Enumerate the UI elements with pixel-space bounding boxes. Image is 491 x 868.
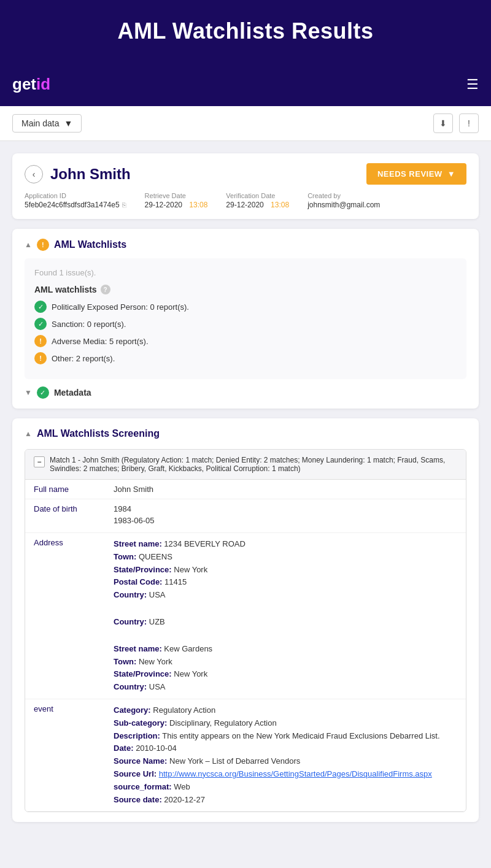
dropdown-arrow-icon: ▼ xyxy=(64,118,72,128)
verification-date-label: Verification Date xyxy=(226,192,289,199)
event-field: Source Url: http://www.nycsca.org/Busine… xyxy=(114,768,457,781)
retrieve-date-item: Retrieve Date 29-12-2020 13:08 xyxy=(145,192,208,209)
aml-watchlists-card: ▲ ! AML Watchlists Found 1 issue(s). AML… xyxy=(12,229,479,409)
aml-item-text: Politically Exposed Person: 0 report(s). xyxy=(52,302,189,312)
aml-check-item: ✓Sanction: 0 report(s). xyxy=(34,318,457,330)
address-block: Street name: Kew GardensTown: New YorkSt… xyxy=(114,643,457,694)
app-id-label: Application ID xyxy=(25,192,126,199)
profile-card: ‹ John Smith NEEDS REVIEW ▼ Application … xyxy=(12,153,479,219)
check-green-icon: ✓ xyxy=(34,318,47,330)
match-collapse-button[interactable]: − xyxy=(34,456,45,467)
needs-review-button[interactable]: NEEDS REVIEW ▼ xyxy=(366,163,466,185)
aml-inner-box: Found 1 issue(s). AML watchlists ? ✓Poli… xyxy=(25,258,466,379)
match-header: − Match 1 - John Smith (Regulatory Actio… xyxy=(25,450,466,480)
profile-header: ‹ John Smith NEEDS REVIEW ▼ xyxy=(25,163,466,185)
screening-title-row: ▲ AML Watchlists Screening xyxy=(25,428,466,439)
full-name-label: Full name xyxy=(25,480,105,499)
event-label: event xyxy=(25,699,105,811)
toolbar: Main data ▼ ⬇ ! xyxy=(0,106,491,141)
aml-warn-icon: ! xyxy=(37,239,49,251)
alert-button[interactable]: ! xyxy=(459,113,479,133)
address-block: Country: UZB xyxy=(114,616,457,629)
metadata-row[interactable]: ▼ ✓ Metadata xyxy=(25,379,466,399)
warn-yellow-icon: ! xyxy=(34,335,47,347)
verification-time-value: 13:08 xyxy=(271,201,289,209)
event-field: Sub-category: Disciplinary, Regulatory A… xyxy=(114,717,457,730)
dob-values: 19841983-06-05 xyxy=(105,499,466,533)
event-field: Source Name: New York – List of Debarred… xyxy=(114,755,457,768)
event-values: Category: Regulatory ActionSub-category:… xyxy=(105,699,466,811)
main-data-button[interactable]: Main data ▼ xyxy=(12,114,82,133)
aml-chevron-up-icon: ▲ xyxy=(25,240,32,249)
created-by-label: Created by xyxy=(307,192,380,199)
content-area: ‹ John Smith NEEDS REVIEW ▼ Application … xyxy=(0,141,491,844)
retrieve-date-label: Retrieve Date xyxy=(145,192,208,199)
address-line: Street name: Kew Gardens xyxy=(114,643,457,656)
main-data-label: Main data xyxy=(21,118,59,128)
event-field: Date: 2010-10-04 xyxy=(114,742,457,755)
dob-label: Date of birth xyxy=(25,499,105,533)
aml-item-text: Adverse Media: 5 report(s). xyxy=(52,337,149,346)
warn-yellow-icon: ! xyxy=(34,352,47,364)
profile-name-row: ‹ John Smith xyxy=(25,165,131,183)
source-url-link[interactable]: http://www.nycsca.org/Business/GettingSt… xyxy=(159,769,432,778)
event-field: source_format: Web xyxy=(114,781,457,794)
page-title: AML Watchlists Results xyxy=(12,18,479,44)
aml-item-text: Other: 2 report(s). xyxy=(52,354,115,363)
event-field: Category: Regulatory Action xyxy=(114,704,457,717)
table-row: eventCategory: Regulatory ActionSub-cate… xyxy=(25,699,466,811)
help-icon[interactable]: ? xyxy=(101,285,110,294)
address-line: Street name: 1234 BEVERLY ROAD xyxy=(114,538,457,551)
aml-items-list: ✓Politically Exposed Person: 0 report(s)… xyxy=(34,301,457,364)
found-issues-text: Found 1 issue(s). xyxy=(34,268,457,277)
aml-section-title: AML Watchlists xyxy=(54,239,126,250)
address-label: Address xyxy=(25,533,105,699)
pdf-icon: ⬇ xyxy=(439,118,447,128)
address-line: State/Province: New York xyxy=(114,564,457,577)
address-line: Country: UZB xyxy=(114,616,457,629)
profile-name: John Smith xyxy=(50,166,131,183)
event-field: Source date: 2020-12-27 xyxy=(114,794,457,807)
address-line: Town: New York xyxy=(114,656,457,669)
retrieve-date-value: 29-12-2020 xyxy=(145,201,182,209)
address-line: Country: USA xyxy=(114,681,457,694)
screening-chevron-icon: ▲ xyxy=(25,429,32,438)
needs-review-label: NEEDS REVIEW xyxy=(377,169,443,179)
metadata-check-icon: ✓ xyxy=(37,386,49,399)
toolbar-icons: ⬇ ! xyxy=(433,113,479,133)
aml-watchlists-label: AML watchlists ? xyxy=(34,285,457,294)
meta-row: Application ID 5feb0e24c6ffsdfsdf3a1474e… xyxy=(25,192,466,209)
match-table: Full nameJohn SmithDate of birth19841983… xyxy=(25,480,466,812)
check-green-icon: ✓ xyxy=(34,301,47,313)
app-id-value: 5feb0e24c6ffsdfsdf3a1474e5 xyxy=(25,201,120,209)
match-block: − Match 1 - John Smith (Regulatory Actio… xyxy=(25,449,466,812)
back-button[interactable]: ‹ xyxy=(25,165,43,183)
pdf-button[interactable]: ⬇ xyxy=(433,113,453,133)
hamburger-icon[interactable]: ☰ xyxy=(466,77,479,93)
address-values: Street name: 1234 BEVERLY ROADTown: QUEE… xyxy=(105,533,466,699)
table-row: Date of birth19841983-06-05 xyxy=(25,499,466,533)
address-line: Town: QUEENS xyxy=(114,551,457,564)
alert-icon: ! xyxy=(468,118,470,128)
table-row: Full nameJohn Smith xyxy=(25,480,466,499)
navbar: getid ☰ xyxy=(0,69,491,106)
metadata-label: Metadata xyxy=(54,388,91,398)
aml-check-item: !Other: 2 report(s). xyxy=(34,352,457,364)
aml-item-text: Sanction: 0 report(s). xyxy=(52,320,126,329)
screening-title: AML Watchlists Screening xyxy=(37,428,160,439)
aml-section-header[interactable]: ▲ ! AML Watchlists xyxy=(25,239,466,251)
logo-id: id xyxy=(36,75,50,93)
metadata-chevron-icon: ▼ xyxy=(25,388,32,397)
copy-icon[interactable]: ⎘ xyxy=(122,201,126,209)
page-header: AML Watchlists Results xyxy=(0,0,491,69)
logo-get: get xyxy=(12,75,36,93)
retrieve-time-value: 13:08 xyxy=(189,201,207,209)
dob-value: 1984 xyxy=(114,504,457,513)
screening-card: ▲ AML Watchlists Screening − Match 1 - J… xyxy=(12,418,479,822)
table-row: AddressStreet name: 1234 BEVERLY ROADTow… xyxy=(25,533,466,699)
created-by-item: Created by johnsmith@gmail.com xyxy=(307,192,380,209)
address-line: State/Province: New York xyxy=(114,668,457,681)
aml-check-item: !Adverse Media: 5 report(s). xyxy=(34,335,457,347)
needs-review-arrow: ▼ xyxy=(447,169,455,179)
app-id-item: Application ID 5feb0e24c6ffsdfsdf3a1474e… xyxy=(25,192,126,209)
